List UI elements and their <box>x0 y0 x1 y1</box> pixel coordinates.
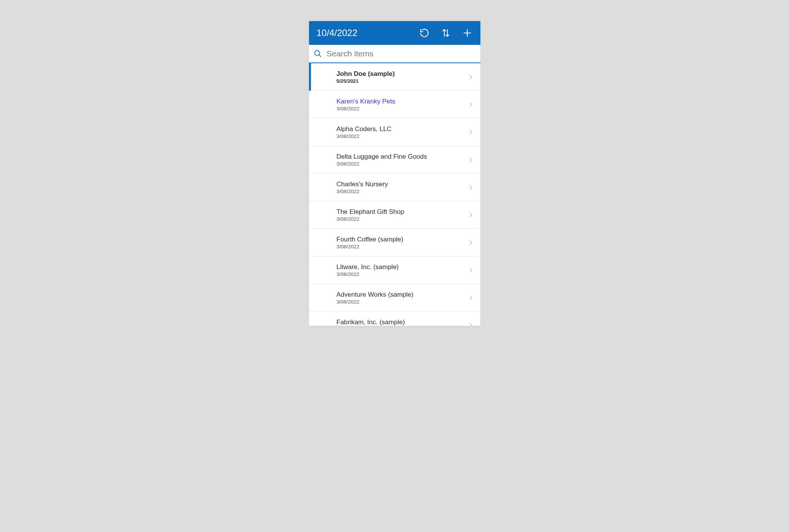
list-item-date: 3/08/2022 <box>337 106 468 112</box>
list-item[interactable]: Charles's Nursery3/08/2022 <box>309 174 480 201</box>
list-item[interactable]: Alpha Coders, LLC3/08/2022 <box>309 118 480 146</box>
chevron-right-icon <box>468 184 473 191</box>
app-frame: 10/4/2022 <box>309 21 480 326</box>
chevron-right-icon <box>468 322 473 326</box>
list-item[interactable]: Karen's Kranky Pets3/08/2022 <box>309 91 480 118</box>
list-item[interactable]: The Elephant Gift Shop3/08/2022 <box>309 201 480 229</box>
chevron-right-icon <box>468 266 473 274</box>
items-list[interactable]: John Doe (sample)5/25/2021Karen's Kranky… <box>309 63 480 326</box>
header-actions <box>419 28 475 38</box>
chevron-right-icon <box>468 294 473 302</box>
list-item-date: 5/25/2021 <box>337 78 468 84</box>
list-item-texts: Karen's Kranky Pets3/08/2022 <box>337 97 468 112</box>
list-item-date: 3/08/2022 <box>337 133 468 139</box>
chevron-right-icon <box>468 128 473 136</box>
list-item-texts: Fourth Coffee (sample)3/08/2022 <box>337 235 468 250</box>
header-title: 10/4/2022 <box>317 28 419 38</box>
list-item-texts: John Doe (sample)5/25/2021 <box>337 70 468 84</box>
list-item-title: Adventure Works (sample) <box>337 291 468 299</box>
list-item-date: 3/08/2022 <box>337 271 468 277</box>
chevron-right-icon <box>468 156 473 164</box>
list-item-texts: Litware, Inc. (sample)3/08/2022 <box>337 263 468 277</box>
list-item[interactable]: Fourth Coffee (sample)3/08/2022 <box>309 229 480 256</box>
list-item-title: John Doe (sample) <box>337 70 468 78</box>
list-item-texts: Alpha Coders, LLC3/08/2022 <box>337 125 468 139</box>
header-bar: 10/4/2022 <box>309 21 480 45</box>
list-item[interactable]: Fabrikam, Inc. (sample)3/08/2022 <box>309 312 480 326</box>
list-item-texts: Fabrikam, Inc. (sample)3/08/2022 <box>337 318 468 326</box>
chevron-right-icon <box>468 211 473 219</box>
list-item-date: 3/08/2022 <box>337 216 468 222</box>
svg-line-1 <box>319 55 321 57</box>
list-item-texts: The Elephant Gift Shop3/08/2022 <box>337 208 468 222</box>
list-item-texts: Charles's Nursery3/08/2022 <box>337 180 468 194</box>
chevron-right-icon <box>468 101 473 108</box>
add-icon[interactable] <box>462 28 473 38</box>
list-item-date: 3/08/2022 <box>337 244 468 250</box>
sort-icon[interactable] <box>441 28 451 38</box>
list-item[interactable]: Adventure Works (sample)3/08/2022 <box>309 284 480 312</box>
list-item-texts: Adventure Works (sample)3/08/2022 <box>337 291 468 305</box>
list-item-title: Karen's Kranky Pets <box>337 97 468 105</box>
search-icon <box>314 49 322 58</box>
search-bar[interactable] <box>309 45 480 63</box>
list-item[interactable]: Delta Luggage and Fine Goods3/08/2022 <box>309 146 480 174</box>
list-item[interactable]: John Doe (sample)5/25/2021 <box>309 63 480 91</box>
list-item-date: 3/08/2022 <box>337 299 468 305</box>
svg-point-0 <box>314 51 319 56</box>
list-item-title: The Elephant Gift Shop <box>337 208 468 216</box>
list-item-title: Charles's Nursery <box>337 180 468 188</box>
list-item-texts: Delta Luggage and Fine Goods3/08/2022 <box>337 153 468 167</box>
list-item-title: Litware, Inc. (sample) <box>337 263 468 271</box>
list-item-title: Fabrikam, Inc. (sample) <box>337 318 468 326</box>
chevron-right-icon <box>468 239 473 246</box>
search-input[interactable] <box>327 49 476 58</box>
list-item-date: 3/08/2022 <box>337 161 468 167</box>
list-item-title: Delta Luggage and Fine Goods <box>337 153 468 161</box>
list-item-title: Fourth Coffee (sample) <box>337 235 468 243</box>
list-item-date: 3/08/2022 <box>337 189 468 194</box>
chevron-right-icon <box>468 73 473 81</box>
list-item-title: Alpha Coders, LLC <box>337 125 468 133</box>
list-item[interactable]: Litware, Inc. (sample)3/08/2022 <box>309 256 480 284</box>
refresh-icon[interactable] <box>419 28 430 38</box>
